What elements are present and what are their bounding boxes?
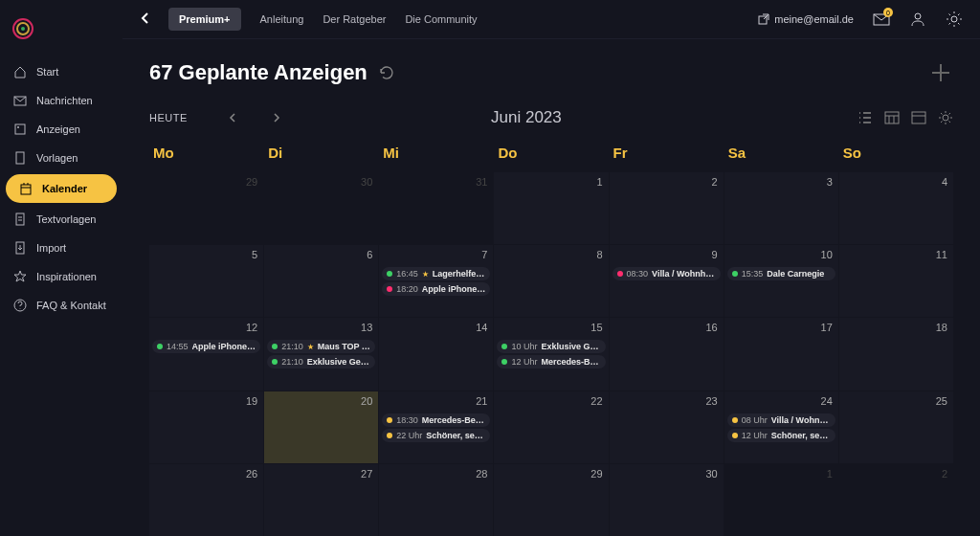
app-logo[interactable]	[11, 17, 34, 40]
help-icon	[13, 299, 27, 312]
status-dot	[617, 271, 623, 277]
calendar-cell[interactable]: 25	[839, 391, 953, 463]
calendar-event[interactable]: 18:30Mercedes-Benz S5	[382, 413, 490, 427]
calendar-cell[interactable]: 716:45★Lagerhelfer (m18:20Apple iPhone 1…	[379, 245, 493, 317]
month-label: Juni 2023	[295, 108, 758, 127]
calendar-event[interactable]: 21:10Exklusive Gelege	[267, 355, 375, 368]
add-button[interactable]	[928, 60, 953, 85]
calendar-event[interactable]: 08 UhrVilla / Wohnhaus r	[727, 413, 835, 427]
month-view-icon[interactable]	[884, 110, 900, 125]
nav-link-community[interactable]: Die Community	[405, 13, 477, 25]
calendar-cell[interactable]: 6	[264, 245, 378, 317]
svg-rect-16	[912, 112, 925, 123]
status-dot	[272, 344, 278, 349]
back-button[interactable]	[140, 11, 149, 28]
day-number: 11	[936, 249, 947, 260]
refresh-icon[interactable]	[379, 65, 394, 80]
calendar-cell[interactable]: 1	[724, 464, 838, 536]
calendar-cell[interactable]: 1510 UhrExklusive Geleg12 UhrMercedes-Be…	[494, 318, 608, 390]
calendar-cell[interactable]: 30	[610, 464, 724, 536]
sidebar-item-kalender[interactable]: Kalender	[6, 174, 117, 203]
event-title: Apple iPhone 11 r	[192, 342, 256, 351]
event-title: Mercedes-Benz	[541, 357, 600, 367]
calendar-cell[interactable]: 8	[494, 245, 608, 317]
sidebar-item-faqkontakt[interactable]: FAQ & Kontakt	[0, 291, 122, 320]
calendar-cell[interactable]: 26	[149, 464, 263, 536]
account-email[interactable]: meine@email.de	[758, 13, 854, 25]
calendar-event[interactable]: 21:10★Maus TOP erha	[267, 340, 375, 353]
calendar-cell[interactable]: 908:30Villa / Wohnhaus	[610, 245, 724, 317]
view-settings-icon[interactable]	[938, 110, 953, 125]
calendar-cell[interactable]: 2	[610, 172, 724, 244]
calendar-cell[interactable]: 22	[494, 391, 608, 463]
day-number: 16	[705, 322, 717, 333]
sidebar-item-textvorlagen[interactable]: Textvorlagen	[0, 205, 122, 234]
event-time: 22 Uhr	[396, 431, 422, 440]
sidebar-item-inspirationen[interactable]: Inspirationen	[0, 262, 122, 291]
calendar-cell[interactable]: 1321:10★Maus TOP erha21:10Exklusive Gele…	[264, 318, 378, 390]
sidebar-item-start[interactable]: Start	[0, 57, 122, 86]
day-number: 21	[476, 395, 487, 407]
calendar-event[interactable]: 15:35Dale Carnegie	[727, 267, 835, 280]
calendar-cell[interactable]: 4	[839, 172, 953, 244]
calendar-cell[interactable]: 18	[839, 318, 953, 390]
calendar-event[interactable]: 10 UhrExklusive Geleg	[497, 340, 605, 353]
sidebar-item-anzeigen[interactable]: Anzeigen	[0, 115, 122, 144]
calendar-cell[interactable]: 3	[724, 172, 838, 244]
calendar-event[interactable]: 22 UhrSchöner, sehr ger	[382, 429, 490, 442]
event-time: 18:20	[396, 284, 418, 294]
sidebar-item-vorlagen[interactable]: Vorlagen	[0, 144, 122, 172]
calendar-cell[interactable]: 11	[839, 245, 953, 317]
calendar-event[interactable]: 16:45★Lagerhelfer (m	[382, 267, 490, 280]
calendar-cell[interactable]: 30	[264, 172, 378, 244]
calendar-cell[interactable]: 1214:55Apple iPhone 11 r	[149, 318, 263, 390]
nav-link-anleitung[interactable]: Anleitung	[260, 13, 304, 25]
day-header: Do	[494, 141, 608, 168]
premium-badge[interactable]: Premium+	[168, 8, 241, 31]
sidebar-item-nachrichten[interactable]: Nachrichten	[0, 86, 122, 115]
calendar-cell[interactable]: 16	[610, 318, 724, 390]
status-dot	[501, 359, 507, 365]
calendar-event[interactable]: 08:30Villa / Wohnhaus	[612, 267, 721, 280]
topbar: Premium+ Anleitung Der Ratgeber Die Comm…	[122, 0, 980, 39]
settings-icon[interactable]	[946, 11, 963, 28]
calendar-cell[interactable]: 2408 UhrVilla / Wohnhaus r12 UhrSchöner,…	[724, 391, 838, 463]
status-dot	[387, 271, 392, 277]
sidebar-item-label: Vorlagen	[36, 152, 78, 164]
week-view-icon[interactable]	[911, 110, 926, 125]
calendar-event[interactable]: 12 UhrMercedes-Benz	[497, 355, 605, 368]
prev-month-button[interactable]	[228, 113, 237, 123]
calendar-cell[interactable]: 17	[724, 318, 838, 390]
calendar-cell[interactable]: 23	[610, 391, 724, 463]
calendar-cell[interactable]: 27	[264, 464, 378, 536]
messages-icon[interactable]: 0	[873, 11, 890, 28]
event-time: 21:10	[281, 342, 303, 351]
calendar-cell[interactable]: 14	[379, 318, 493, 390]
calendar-cell[interactable]: 2	[839, 464, 953, 536]
next-month-button[interactable]	[272, 113, 281, 123]
calendar-event[interactable]: 12 UhrSchöner, sehr gen	[727, 429, 835, 442]
calendar-event[interactable]: 14:55Apple iPhone 11 r	[152, 340, 260, 353]
calendar-cell[interactable]: 28	[379, 464, 493, 536]
nav-link-ratgeber[interactable]: Der Ratgeber	[323, 13, 386, 25]
status-dot	[732, 417, 738, 423]
calendar-cell[interactable]: 20	[264, 391, 378, 463]
tag-icon	[13, 123, 27, 136]
calendar-cell[interactable]: 1015:35Dale Carnegie	[724, 245, 838, 317]
day-number: 6	[367, 249, 372, 260]
calendar-cell[interactable]: 29	[494, 464, 608, 536]
day-number: 30	[705, 468, 717, 480]
list-view-icon[interactable]	[858, 110, 873, 125]
calendar-cell[interactable]: 1	[494, 172, 608, 244]
calendar-cell[interactable]: 29	[149, 172, 263, 244]
calendar-cell[interactable]: 2118:30Mercedes-Benz S522 UhrSchöner, se…	[379, 391, 493, 463]
sidebar-item-import[interactable]: Import	[0, 234, 122, 262]
calendar-event[interactable]: 18:20Apple iPhone 11 r	[382, 282, 490, 296]
event-title: Schöner, sehr gen	[771, 431, 831, 440]
calendar-cell[interactable]: 5	[149, 245, 263, 317]
user-icon[interactable]	[909, 11, 926, 28]
today-button[interactable]: HEUTE	[149, 112, 188, 123]
calendar-cell[interactable]: 19	[149, 391, 263, 463]
svg-point-17	[943, 115, 948, 121]
calendar-cell[interactable]: 31	[379, 172, 493, 244]
